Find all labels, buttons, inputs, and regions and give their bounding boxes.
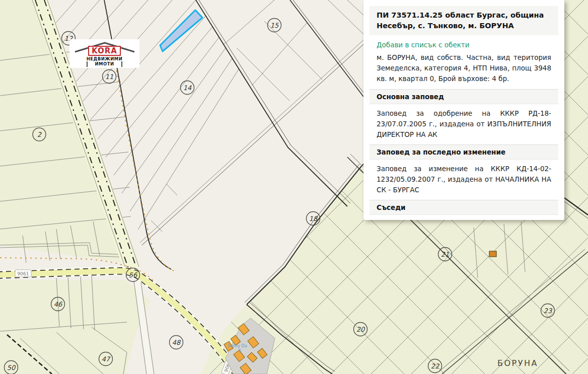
svg-text:48: 48: [172, 339, 181, 346]
info-panel: ПИ 73571.14.25 област Бургас, община Нес…: [363, 0, 564, 220]
svg-text:20: 20: [356, 326, 365, 333]
svg-text:15: 15: [270, 22, 279, 29]
svg-text:50: 50: [7, 364, 16, 371]
svg-text:21: 21: [441, 251, 450, 258]
svg-text:46: 46: [54, 301, 63, 308]
svg-text:11: 11: [105, 73, 114, 81]
section-text-neighbours: 73571.14.7, 73571.14.15, 73571.14.24, 73…: [377, 219, 551, 220]
panel-title: ПИ 73571.14.25 област Бургас, община Нес…: [370, 6, 558, 35]
add-to-list-link[interactable]: Добави в списък с обекти: [377, 41, 551, 49]
road-label: 9061: [15, 270, 31, 277]
parcel-description: м. БОРУНА, вид собств. Частна, вид терит…: [377, 52, 551, 84]
area-label: БОРУНА: [497, 358, 538, 368]
svg-text:47: 47: [102, 355, 111, 363]
kora-line1: НЕДВИЖИМИ: [87, 56, 123, 61]
kora-logo: KORA НЕДВИЖИМИ ИМОТИ: [69, 39, 139, 68]
svg-text:9061: 9061: [18, 271, 29, 276]
section-heading-neighbours: Съседи: [370, 200, 558, 215]
svg-text:56: 56: [129, 271, 138, 279]
kora-brand: KORA: [88, 46, 121, 56]
svg-text:23: 23: [544, 307, 553, 315]
svg-text:18: 18: [309, 215, 318, 222]
section-heading-last-amendment: Заповед за последно изменение: [370, 144, 558, 160]
section-heading-main-order: Основна заповед: [370, 89, 558, 104]
svg-text:2: 2: [37, 131, 42, 138]
complex-label: Sunny Da: [228, 344, 247, 348]
kora-line2: ИМОТИ: [87, 61, 122, 67]
complex-sublabel: 5: [239, 349, 241, 353]
svg-text:14: 14: [183, 84, 192, 92]
building-square: [489, 251, 496, 257]
section-text-last-amendment: Заповед за изменение на КККР КД-14-02-12…: [377, 164, 551, 195]
section-text-main-order: Заповед за одобрение на КККР РД-18-23/07…: [377, 108, 551, 140]
svg-text:22: 22: [431, 362, 439, 370]
